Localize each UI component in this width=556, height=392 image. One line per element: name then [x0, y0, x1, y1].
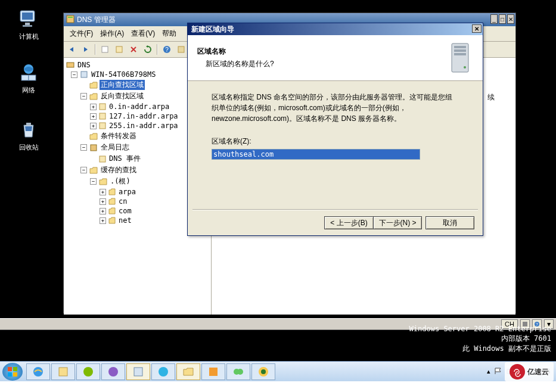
tree-label: cn	[117, 197, 128, 206]
svg-rect-9	[68, 17, 73, 18]
maximize-button[interactable]: □	[499, 14, 506, 24]
expand-icon[interactable]: +	[100, 208, 106, 214]
svg-rect-33	[8, 367, 12, 371]
generic-app-icon	[157, 366, 169, 378]
taskbar-app3[interactable]	[151, 363, 175, 380]
tray-flag-icon[interactable]	[494, 367, 502, 377]
tree-label: DNS 事件	[108, 154, 142, 164]
watermark-text: 亿速云	[527, 367, 549, 377]
collapse-icon[interactable]: −	[80, 144, 87, 151]
tb-filter-button[interactable]	[175, 43, 188, 56]
taskbar-app1[interactable]	[76, 363, 100, 380]
menu-view[interactable]: 查看(V)	[128, 27, 159, 40]
minimize-button[interactable]: _	[490, 14, 498, 24]
svg-rect-22	[100, 123, 105, 129]
svg-rect-1	[22, 13, 33, 20]
start-button[interactable]	[2, 363, 23, 381]
folder-icon	[108, 217, 116, 224]
brand-line2: 内部版本 7601	[409, 334, 551, 344]
menu-action[interactable]: 操作(A)	[97, 27, 128, 40]
tree-label: DNS	[76, 61, 92, 69]
collapse-icon[interactable]: −	[80, 167, 87, 173]
dns-app-icon	[66, 15, 74, 25]
tb-delete-button[interactable]	[127, 43, 140, 56]
wizard-header-title: 区域名称	[197, 46, 447, 57]
nav-back-button[interactable]	[65, 43, 78, 56]
tree-label: 缓存的查找	[100, 165, 138, 175]
menu-help[interactable]: 帮助	[159, 27, 180, 40]
desktop-recycle-icon[interactable]: 回收站	[10, 119, 48, 152]
svg-rect-27	[454, 49, 466, 52]
tb-new-button[interactable]	[98, 43, 111, 56]
desktop-icon-label: 网络	[10, 86, 48, 95]
expand-icon[interactable]: +	[90, 104, 97, 110]
collapse-icon[interactable]: −	[80, 93, 87, 99]
wizard-cancel-button[interactable]: 取消	[425, 216, 474, 229]
expand-icon[interactable]: +	[100, 217, 106, 224]
folder-icon	[99, 178, 107, 186]
zone-icon	[99, 113, 106, 120]
tree-label: 反向查找区域	[100, 91, 145, 101]
zone-icon	[99, 122, 106, 129]
generic-app-icon	[82, 366, 94, 378]
log-icon	[89, 144, 98, 152]
tree-label: .(根)	[109, 176, 132, 186]
svg-rect-35	[8, 372, 12, 377]
brand-line1: Windows Server 2008 R2 Enterprise	[409, 324, 551, 334]
svg-point-39	[83, 367, 93, 377]
svg-point-42	[159, 367, 168, 377]
svg-rect-38	[59, 368, 67, 376]
taskbar-libraries[interactable]	[51, 363, 75, 380]
wizard-titlebar[interactable]: 新建区域向导 ✕	[188, 23, 483, 35]
tb-help-button[interactable]: ?	[160, 43, 173, 56]
svg-point-40	[108, 367, 118, 377]
wizard-body: 区域名称指定 DNS 命名空间的部分，该部分由此服务器管理。这可能是您组织单位的…	[188, 81, 483, 170]
svg-point-29	[464, 66, 466, 69]
taskbar-app6[interactable]	[251, 363, 275, 380]
tb-props-button[interactable]	[113, 43, 126, 56]
wizard-footer: < 上一步(B) 下一步(N) > 取消	[324, 216, 474, 229]
taskbar-dns-manager[interactable]	[126, 363, 150, 380]
taskbar-ie[interactable]	[26, 363, 50, 380]
svg-rect-8	[67, 15, 74, 23]
menu-file[interactable]: 文件(F)	[66, 27, 97, 40]
tray-up-icon[interactable]: ▴	[487, 368, 490, 375]
expand-icon[interactable]: +	[90, 113, 97, 120]
windows-logo-icon	[7, 366, 18, 377]
desktop-network-icon[interactable]: 网络	[10, 62, 48, 95]
folder-icon	[89, 166, 98, 175]
taskbar-app4[interactable]	[201, 363, 225, 380]
svg-rect-20	[100, 104, 105, 110]
svg-text:?: ?	[165, 46, 169, 53]
wizard-close-button[interactable]: ✕	[472, 24, 482, 33]
expand-icon[interactable]: +	[90, 123, 97, 129]
collapse-icon[interactable]: −	[90, 178, 97, 185]
collapse-icon[interactable]: −	[71, 71, 77, 78]
tb-refresh-button[interactable]	[141, 43, 154, 56]
expand-icon[interactable]: +	[100, 198, 106, 205]
nav-fwd-button[interactable]	[79, 43, 92, 56]
svg-rect-19	[81, 71, 87, 77]
wizard-separator	[192, 209, 478, 210]
events-icon	[99, 155, 106, 163]
desktop-icon-label: 计算机	[10, 32, 48, 41]
expand-icon[interactable]: +	[100, 189, 106, 195]
dns-root-icon	[66, 61, 74, 69]
wizard-back-button[interactable]: < 上一步(B)	[324, 216, 373, 229]
zone-name-input[interactable]	[212, 149, 420, 160]
svg-rect-23	[91, 145, 97, 151]
svg-rect-26	[454, 46, 466, 48]
server-tower-icon	[447, 41, 473, 74]
folder-icon	[89, 132, 98, 141]
svg-rect-5	[21, 75, 29, 80]
generic-app-icon	[207, 366, 219, 378]
desktop-icon-label: 回收站	[10, 143, 48, 152]
tree-label: 127.in-addr.arpa	[108, 112, 179, 120]
wizard-next-button[interactable]: 下一步(N) >	[373, 216, 422, 229]
taskbar-app2[interactable]	[101, 363, 125, 380]
taskbar-explorer[interactable]	[176, 363, 200, 380]
tree-label: 条件转发器	[100, 131, 138, 141]
close-button[interactable]: ✕	[507, 14, 514, 24]
taskbar-app5[interactable]	[226, 363, 250, 380]
desktop-computer-icon[interactable]: 计算机	[10, 8, 48, 41]
